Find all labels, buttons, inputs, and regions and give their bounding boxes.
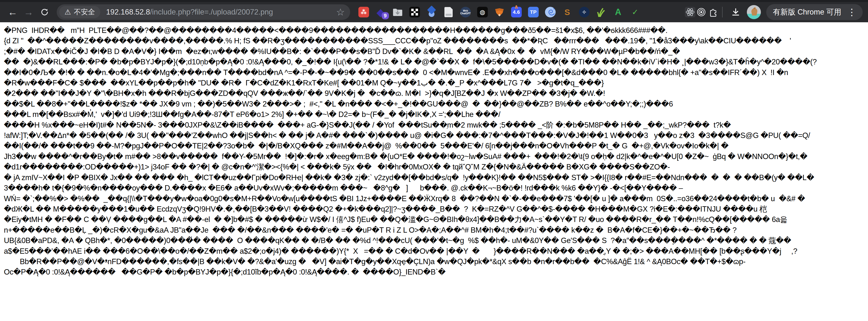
spiral-icon — [546, 8, 554, 16]
document-icon — [444, 7, 453, 17]
puzzle-icon — [708, 7, 718, 17]
metamask-fox-icon — [494, 7, 504, 17]
profile-avatar[interactable] — [747, 5, 761, 19]
content-line: ��$�L ��8�+"��L����!$z� *�� JX�9 vm ; ��… — [4, 99, 868, 109]
extension-checker-icon[interactable] — [409, 7, 420, 17]
extension-keystone-icon[interactable]: ◍ — [477, 7, 488, 17]
content-line: Bb�R��P��@�V�ᵜnFD������,�fs��|B ��k�V� �… — [4, 256, 868, 267]
content-line: 3����h� t�{�9�%�n����oy��� D.����x �E6� … — [4, 183, 868, 193]
extension-document-icon[interactable] — [443, 7, 454, 17]
extension-s-logo-icon[interactable]: S — [562, 7, 572, 17]
extension-badge: 9 — [382, 12, 389, 20]
content-line: �� �)&��RL���:�P� �b�p�BYJ�p�}(�;d10ņb�p… — [4, 57, 868, 67]
grass-icon — [597, 7, 606, 17]
content-line: WŃ= �`;��%�> �%�� _��q{|\\�T���y�w�oa�0g… — [4, 193, 868, 204]
content-line: ;�#� �IDATx��iČ�J �I�B D �A�V�} I��m �ez… — [4, 46, 868, 57]
extension-spiral-icon[interactable] — [545, 7, 556, 17]
reload-icon — [40, 7, 50, 17]
back-button[interactable]: ← — [7, 6, 19, 18]
downloads-button[interactable] — [730, 6, 742, 18]
content-line: {d ZI " ��^�����Z��������v����,�����.% H… — [4, 36, 868, 46]
content-line: a$�E5���'��hAE i�� ���6�O��\��o�/��Z�m��… — [4, 246, 868, 256]
checker-icon — [411, 8, 418, 16]
document-fold — [450, 7, 453, 9]
react-atom-icon — [685, 7, 695, 17]
target-rings-icon — [696, 7, 706, 17]
extension-green-check-icon[interactable]: ✓ — [630, 7, 641, 17]
download-icon — [731, 7, 741, 17]
react-devtools-button[interactable] — [685, 7, 695, 17]
content-line: n+�����e��B�Ḷ _�)�cR�X�gu�&aA JB"a��Je �… — [4, 225, 868, 235]
forward-button[interactable]: → — [23, 6, 34, 18]
toolbar-divider — [722, 7, 723, 17]
extension-tokenpocket-icon[interactable]: TP — [528, 7, 539, 17]
extension-navy-star-icon[interactable]: ✧ — [579, 7, 590, 17]
content-line: Jh3��w ����^�r��By�t� m#�� >8��v����� f�… — [4, 151, 868, 162]
content-line: ��I(��/� ���t��9 ��-M?�pgJ��P�O��TE|2��?… — [4, 141, 868, 151]
content-line: �Eiy�tMH � �F�� C ��Ṿ ����g��L �A #��-el… — [4, 214, 868, 225]
reload-button[interactable] — [39, 6, 51, 18]
extension-google-scholar-icon[interactable] — [426, 7, 437, 17]
content-line: Oc�P�Ą�0 :0!&Ą������ ��G�P� �b�p�BYJ�p�}… — [4, 267, 868, 277]
extensions-row: ⁂ ◆ 9 — [359, 7, 641, 17]
content-line: ��I�0�Љ� �!� � ��n.�o�L�4�'�Mg�;���n�� T… — [4, 67, 868, 78]
security-chip-label: 不安全 — [74, 7, 95, 17]
chrome-update-button[interactable]: 有新版 Chrome 可用 ⋮ — [766, 4, 863, 20]
browser-window: ← → ⚠ 不安全 192.168.52.8/include.php?file=… — [0, 0, 868, 277]
content-line: �PNG IHDR�� m"H PLTE��@��?��@��������4��… — [4, 25, 868, 36]
browser-toolbar: ← → ⚠ 不安全 192.168.52.8/include.php?file=… — [0, 2, 868, 22]
url-host: 192.168.52.8 — [106, 8, 150, 16]
content-line: ����H %x���~eH�I)t#� N��5N�- 3���0JXP�&\… — [4, 120, 868, 130]
extension-alpha-icon[interactable]: ∧ 4.6 — [511, 7, 522, 17]
file-content: �PNG IHDR�� m"H PLTE��@��?��@��������4��… — [4, 25, 868, 277]
content-line: ���L m�[��Bsx#�M̓,' v�]�'d Ui9�;!3Ш��fg�… — [4, 109, 868, 119]
security-chip[interactable]: ⚠ 不安全 — [59, 6, 100, 18]
window-top-edge — [0, 0, 868, 2]
content-line: � jA zmIV~X��I �P �BIX� Jx�� �� ��� �h_ … — [4, 172, 868, 183]
extension-notes-icon[interactable]: ◆ 9 — [375, 7, 386, 17]
content-line: UB{&0B�aPD&, �A � QBh�*, �0�����)0���͑� … — [4, 235, 868, 246]
content-line: !afW:]T;�V.��Δn*� �5��(�� /� 3U( ��"���'… — [4, 130, 868, 141]
url-path: /include.php?file=./upload/20072.png — [150, 8, 273, 16]
extension-web-chatgpt-icon[interactable]: Web ChatGPT — [460, 7, 471, 17]
extension-folder-download-icon[interactable] — [392, 7, 403, 17]
document-bar — [446, 14, 452, 16]
alpha-peak-icon: ∧ — [514, 3, 519, 10]
chrome-update-label: 有新版 Chrome 可用 — [773, 7, 841, 17]
extension-grass-icon[interactable] — [596, 7, 607, 17]
scholar-cap — [427, 6, 436, 14]
warning-icon: ⚠ — [64, 8, 71, 16]
extensions-puzzle-button[interactable] — [707, 6, 719, 18]
content-line: �2��� ��"I��J�Y �"\�BH�x�h ���R�bjG���ZD… — [4, 88, 868, 99]
content-line: �d1r��������:OD�����+)1> j34oF �� �?�| �… — [4, 162, 868, 172]
target-rings-button[interactable] — [695, 6, 707, 18]
extension-metamask-icon[interactable] — [494, 7, 505, 17]
extension-mendeley-icon[interactable]: ⁂ — [359, 7, 369, 17]
menu-kebab-icon[interactable]: ⋮ — [846, 7, 858, 17]
avatar-cat-image — [747, 5, 761, 19]
page-content: �PNG IHDR�� m"H PLTE��@��?��@��������4��… — [0, 22, 868, 277]
content-line: �R�w���F�C� $��� ��xYL��p��p�h� "DU� �R�… — [4, 78, 868, 88]
address-bar[interactable]: ⚠ 不安全 192.168.52.8/include.php?file=./up… — [57, 4, 350, 20]
folder-download-icon — [393, 7, 403, 17]
content-line: �dЖ�L �� M�����y���1�u�� EcdzqVӡ�Q!9HV�.… — [4, 204, 868, 214]
url-text[interactable]: 192.168.52.8/include.php?file=./upload/2… — [106, 8, 334, 16]
extension-green-a-icon[interactable]: A — [613, 7, 623, 17]
bookmark-star-icon[interactable]: ☆ — [336, 6, 345, 18]
